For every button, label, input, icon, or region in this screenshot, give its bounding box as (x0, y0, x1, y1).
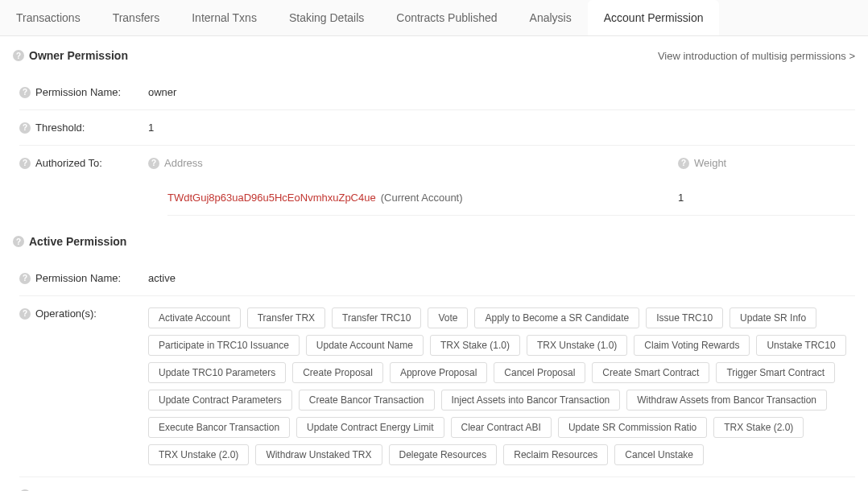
owner-body: ? Permission Name: owner ? Threshold: 1 … (0, 68, 868, 222)
operation-tag: Claim Voting Rewards (634, 335, 750, 356)
operation-tag: Update Contract Energy Limit (296, 417, 444, 438)
active-threshold-row: ? Threshold: 1 (19, 477, 855, 491)
operation-tag: Cancel Unstake (614, 444, 704, 465)
operation-tag: Activate Account (148, 307, 241, 328)
owner-threshold-row: ? Threshold: 1 (19, 110, 855, 146)
help-icon[interactable]: ? (19, 308, 31, 320)
operation-tag: Delegate Resources (389, 444, 498, 465)
owner-permission-section: ? Owner Permission View introduction of … (0, 36, 868, 68)
operation-tag: Inject Assets into Bancor Transaction (441, 390, 621, 411)
tab-analysis[interactable]: Analysis (514, 0, 588, 35)
operation-tag: TRX Stake (1.0) (430, 335, 520, 356)
operation-tag: Update SR Commission Ratio (558, 417, 707, 438)
operation-tag: Issue TRC10 (646, 307, 723, 328)
owner-title-wrap: ? Owner Permission (13, 49, 128, 62)
operation-tag: Create Proposal (292, 362, 383, 383)
operation-tag: Cancel Proposal (494, 362, 585, 383)
tab-account-permission[interactable]: Account Permission (588, 0, 720, 35)
operation-tag: Update TRC10 Parameters (148, 362, 286, 383)
operation-tag: Update Contract Parameters (148, 390, 292, 411)
help-icon[interactable]: ? (678, 158, 689, 169)
owner-auth-weight-cell: 1 (678, 192, 855, 204)
operation-tag: Reclaim Resources (503, 444, 608, 465)
active-name-label-wrap: ? Permission Name: (19, 272, 148, 284)
help-icon[interactable]: ? (19, 158, 31, 169)
operation-tag: Create Bancor Transaction (299, 390, 435, 411)
owner-auth-rows: TWdtGuj8p63uaD96u5HcEoNvmhxuZpC4ue (Curr… (19, 180, 855, 216)
tab-internal-txns[interactable]: Internal Txns (176, 0, 273, 35)
help-icon[interactable]: ? (19, 273, 31, 284)
operation-tag: Withdraw Assets from Bancor Transaction (626, 390, 827, 411)
owner-auth-label-wrap: ? Authorized To: (19, 157, 148, 169)
owner-weight-header-wrap: ? Weight (678, 157, 855, 169)
owner-name-label-wrap: ? Permission Name: (19, 86, 148, 98)
owner-name-label: Permission Name: (35, 86, 121, 98)
intro-link[interactable]: View introduction of multisig permission… (658, 50, 855, 62)
operation-tag: Transfer TRC10 (332, 307, 421, 328)
active-name-row: ? Permission Name: active (19, 261, 855, 296)
owner-auth-label: Authorized To: (35, 157, 102, 169)
operation-tag: Approve Proposal (390, 362, 487, 383)
owner-weight-header: Weight (694, 157, 726, 169)
help-icon[interactable]: ? (148, 158, 159, 169)
tab-staking-details[interactable]: Staking Details (273, 0, 380, 35)
address-link[interactable]: TWdtGuj8p63uaD96u5HcEoNvmhxuZpC4ue (167, 192, 376, 204)
help-icon[interactable]: ? (13, 50, 24, 61)
active-title-wrap: ? Active Permission (13, 235, 126, 248)
operation-tag: Update Account Name (306, 335, 424, 356)
operation-tag: Unstake TRC10 (756, 335, 845, 356)
operation-tag: Participate in TRC10 Issuance (148, 335, 300, 356)
operations-container: Activate AccountTransfer TRXTransfer TRC… (148, 307, 855, 465)
active-ops-label: Operation(s): (35, 307, 97, 320)
operation-tag: Apply to Become a SR Candidate (474, 307, 639, 328)
tabs-bar: Transactions Transfers Internal Txns Sta… (0, 0, 868, 36)
owner-address-header: Address (164, 157, 203, 169)
operation-tag: Trigger Smart Contract (716, 362, 835, 383)
tab-transfers[interactable]: Transfers (97, 0, 176, 35)
table-row: TWdtGuj8p63uaD96u5HcEoNvmhxuZpC4ue (Curr… (167, 180, 855, 216)
owner-threshold-label: Threshold: (35, 122, 85, 134)
help-icon[interactable]: ? (13, 236, 24, 247)
owner-name-value: owner (148, 86, 855, 98)
active-permission-section: ? Active Permission (0, 222, 868, 254)
operation-tag: TRX Stake (2.0) (713, 417, 804, 438)
operation-tag: TRX Unstake (2.0) (148, 444, 249, 465)
operation-tag: Withdraw Unstaked TRX (255, 444, 382, 465)
owner-auth-header-row: ? Authorized To: ? Address ? Weight (19, 146, 855, 180)
active-name-label: Permission Name: (35, 272, 121, 284)
owner-title: Owner Permission (29, 49, 128, 62)
owner-auth-address-cell: TWdtGuj8p63uaD96u5HcEoNvmhxuZpC4ue (Curr… (167, 192, 678, 204)
address-note: (Current Account) (381, 192, 463, 204)
help-icon[interactable]: ? (19, 87, 31, 98)
operation-tag: Update SR Info (730, 307, 816, 328)
tab-contracts-published[interactable]: Contracts Published (380, 0, 513, 35)
owner-auth-header: ? Address ? Weight (148, 157, 855, 169)
active-header: ? Active Permission (13, 235, 855, 248)
owner-address-header-wrap: ? Address (148, 157, 678, 169)
tab-transactions[interactable]: Transactions (0, 0, 97, 35)
owner-name-row: ? Permission Name: owner (19, 75, 855, 110)
help-icon[interactable]: ? (19, 122, 31, 134)
active-title: Active Permission (29, 235, 126, 248)
operation-tag: Create Smart Contract (592, 362, 709, 383)
owner-threshold-value: 1 (148, 122, 855, 134)
active-ops-row: ? Operation(s): Activate AccountTransfer… (19, 296, 855, 477)
operation-tag: Vote (428, 307, 468, 328)
owner-header: ? Owner Permission View introduction of … (13, 49, 855, 62)
operation-tag: Transfer TRX (247, 307, 325, 328)
owner-threshold-label-wrap: ? Threshold: (19, 122, 148, 134)
active-body: ? Permission Name: active ? Operation(s)… (0, 254, 868, 491)
active-name-value: active (148, 272, 855, 284)
active-ops-label-wrap: ? Operation(s): (19, 307, 148, 320)
operation-tag: Execute Bancor Transaction (148, 417, 290, 438)
operation-tag: TRX Unstake (1.0) (527, 335, 627, 356)
operation-tag: Clear Contract ABI (451, 417, 552, 438)
